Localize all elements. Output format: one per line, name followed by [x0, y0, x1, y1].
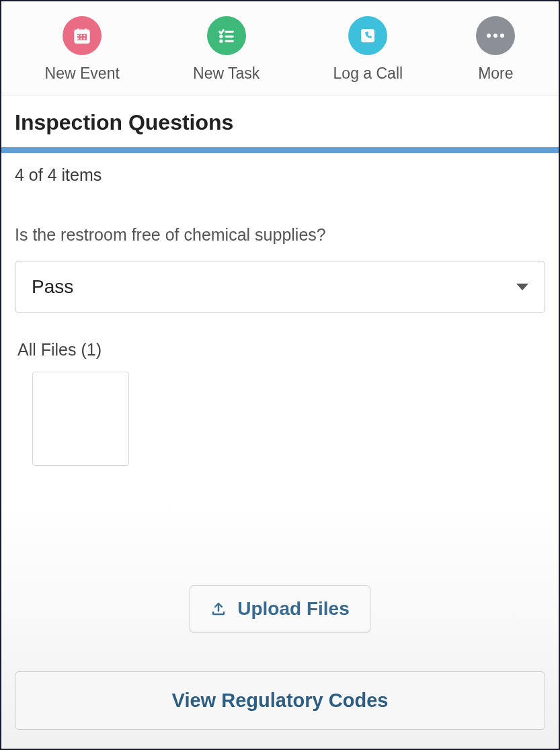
more-icon [476, 16, 515, 55]
calendar-icon [63, 16, 102, 55]
upload-label: Upload Files [237, 598, 349, 620]
svg-point-18 [500, 34, 504, 38]
phone-icon [348, 16, 387, 55]
toolbar-label: More [478, 65, 513, 83]
upload-files-button[interactable]: Upload Files [190, 585, 370, 632]
action-toolbar: New Event New Task Log a Call [1, 1, 559, 95]
svg-point-17 [493, 34, 497, 38]
progress-bar [1, 147, 559, 153]
checklist-icon [207, 16, 246, 55]
question-label: Is the restroom free of chemical supplie… [15, 225, 545, 245]
answer-select[interactable]: Pass [15, 261, 545, 313]
lower-actions: Upload Files View Regulatory Codes [1, 500, 559, 749]
toolbar-label: New Event [45, 65, 120, 83]
toolbar-label: New Task [193, 65, 259, 83]
svg-point-13 [220, 36, 221, 37]
chevron-down-icon [516, 284, 528, 290]
svg-point-14 [220, 40, 221, 42]
new-event-button[interactable]: New Event [45, 16, 120, 83]
upload-icon [210, 601, 227, 617]
select-value: Pass [32, 276, 73, 298]
file-thumbnail[interactable] [32, 372, 129, 466]
more-button[interactable]: More [476, 16, 515, 83]
section-title: Inspection Questions [15, 110, 545, 135]
files-label: All Files (1) [17, 340, 545, 360]
item-count: 4 of 4 items [15, 165, 545, 185]
view-regulatory-codes-button[interactable]: View Regulatory Codes [15, 671, 545, 730]
new-task-button[interactable]: New Task [193, 16, 259, 83]
svg-point-16 [487, 34, 491, 38]
inspection-section: Inspection Questions 4 of 4 items Is the… [1, 95, 559, 466]
toolbar-label: Log a Call [333, 65, 403, 83]
regulatory-label: View Regulatory Codes [172, 690, 389, 711]
svg-rect-1 [77, 34, 87, 42]
log-call-button[interactable]: Log a Call [333, 16, 403, 83]
